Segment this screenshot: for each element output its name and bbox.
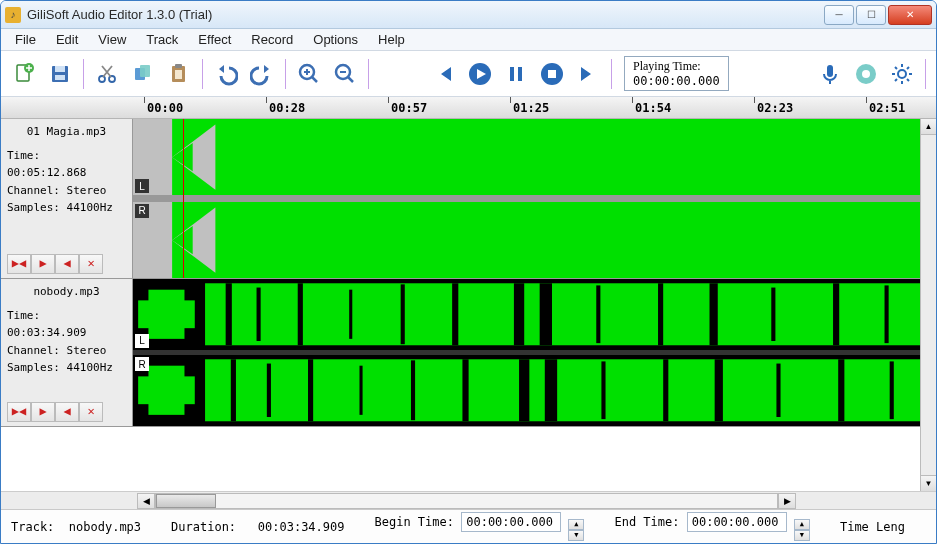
scroll-up-icon[interactable]: ▲: [921, 119, 936, 135]
ruler-tick: 00:28: [269, 97, 305, 118]
svg-rect-31: [257, 288, 261, 341]
save-button[interactable]: [43, 57, 77, 91]
svg-rect-43: [885, 285, 889, 343]
toolbar: Playing Time: 00:00:00.000: [1, 51, 936, 97]
copy-button[interactable]: [126, 57, 160, 91]
skip-end-button[interactable]: [571, 57, 605, 91]
track-row: 01 Magia.mp3 Time: 00:05:12.868 Channel:…: [1, 119, 936, 279]
svg-rect-23: [172, 119, 936, 195]
svg-rect-59: [838, 360, 844, 422]
end-time-down-icon[interactable]: ▼: [794, 530, 810, 541]
track-play-icon[interactable]: ▶: [31, 402, 55, 422]
menu-view[interactable]: View: [88, 30, 136, 49]
channel-label-l: L: [135, 334, 149, 348]
waveform-area[interactable]: L R: [133, 279, 936, 426]
svg-rect-42: [833, 283, 839, 345]
svg-rect-47: [231, 360, 236, 422]
begin-time-up-icon[interactable]: ▲: [568, 519, 584, 530]
track-prev-icon[interactable]: ◀: [55, 254, 79, 274]
waveform-area[interactable]: L R: [133, 119, 936, 278]
undo-button[interactable]: [209, 57, 243, 91]
ruler-tick: 00:57: [391, 97, 427, 118]
menu-effect[interactable]: Effect: [188, 30, 241, 49]
menu-track[interactable]: Track: [136, 30, 188, 49]
status-end-time: End Time: ▲▼: [614, 512, 810, 541]
cut-button[interactable]: [90, 57, 124, 91]
svg-rect-53: [519, 360, 529, 422]
waveform-right-channel: R: [133, 202, 936, 278]
scroll-left-icon[interactable]: ◀: [137, 493, 155, 509]
menu-file[interactable]: File: [5, 30, 46, 49]
toolbar-separator: [285, 59, 286, 89]
status-timelen: Time Leng: [840, 520, 905, 534]
menu-help[interactable]: Help: [368, 30, 415, 49]
record-button[interactable]: [813, 57, 847, 91]
track-delete-icon[interactable]: ✕: [79, 402, 103, 422]
svg-rect-58: [776, 364, 780, 417]
toolbar-separator: [611, 59, 612, 89]
paste-button[interactable]: [162, 57, 196, 91]
redo-button[interactable]: [245, 57, 279, 91]
svg-rect-34: [401, 284, 405, 344]
playhead[interactable]: [183, 119, 184, 278]
devices-button[interactable]: [849, 57, 883, 91]
svg-rect-30: [226, 283, 232, 345]
zoom-in-button[interactable]: [292, 57, 326, 91]
svg-rect-8: [140, 65, 150, 77]
zoom-out-button[interactable]: [328, 57, 362, 91]
scroll-right-icon[interactable]: ▶: [778, 493, 796, 509]
playing-time-display: Playing Time: 00:00:00.000: [624, 56, 729, 91]
pause-button[interactable]: [499, 57, 533, 91]
svg-rect-36: [514, 283, 524, 345]
svg-rect-39: [658, 283, 663, 345]
svg-point-21: [862, 70, 870, 78]
svg-rect-18: [548, 70, 556, 78]
svg-rect-60: [890, 362, 894, 420]
end-time-input[interactable]: [687, 512, 787, 532]
track-delete-icon[interactable]: ✕: [79, 254, 103, 274]
skip-start-button[interactable]: [427, 57, 461, 91]
track-info-panel: 01 Magia.mp3 Time: 00:05:12.868 Channel:…: [1, 119, 133, 278]
track-abut-in-icon[interactable]: ▶◀: [7, 402, 31, 422]
track-name: 01 Magia.mp3: [7, 123, 126, 141]
ruler-tick: 01:25: [513, 97, 549, 118]
menu-record[interactable]: Record: [241, 30, 303, 49]
svg-rect-45: [148, 290, 184, 339]
waveform-right-channel: R: [133, 355, 936, 426]
end-time-up-icon[interactable]: ▲: [794, 519, 810, 530]
scroll-down-icon[interactable]: ▼: [921, 475, 936, 491]
status-duration: Duration: 00:03:34.909: [171, 520, 344, 534]
play-button[interactable]: [463, 57, 497, 91]
svg-rect-46: [205, 360, 936, 422]
svg-rect-26: [172, 202, 936, 278]
maximize-button[interactable]: ☐: [856, 5, 886, 25]
svg-rect-51: [411, 361, 415, 421]
waveform-left-channel: L: [133, 279, 936, 350]
playing-time-label: Playing Time:: [633, 59, 720, 74]
close-button[interactable]: ✕: [888, 5, 932, 25]
track-prev-icon[interactable]: ◀: [55, 402, 79, 422]
menu-edit[interactable]: Edit: [46, 30, 88, 49]
track-row: nobody.mp3 Time: 00:03:34.909 Channel: S…: [1, 279, 936, 427]
vertical-scrollbar[interactable]: ▲ ▼: [920, 119, 936, 491]
stop-button[interactable]: [535, 57, 569, 91]
svg-rect-40: [710, 283, 718, 345]
svg-rect-29: [205, 283, 936, 345]
new-button[interactable]: [7, 57, 41, 91]
minimize-button[interactable]: ─: [824, 5, 854, 25]
scrollbar-track[interactable]: [155, 493, 778, 509]
channel-label-l: L: [135, 179, 149, 193]
timeline-ruler[interactable]: 00:00 00:28 00:57 01:25 01:54 02:23 02:5…: [1, 97, 936, 119]
svg-rect-55: [601, 362, 605, 420]
begin-time-down-icon[interactable]: ▼: [568, 530, 584, 541]
svg-rect-37: [540, 283, 552, 345]
channel-label-r: R: [135, 357, 149, 371]
window-controls: ─ ☐ ✕: [824, 5, 932, 25]
track-play-icon[interactable]: ▶: [31, 254, 55, 274]
scrollbar-thumb[interactable]: [156, 494, 216, 508]
begin-time-input[interactable]: [461, 512, 561, 532]
track-abut-in-icon[interactable]: ▶◀: [7, 254, 31, 274]
settings-button[interactable]: [885, 57, 919, 91]
channel-label-r: R: [135, 204, 149, 218]
menu-options[interactable]: Options: [303, 30, 368, 49]
